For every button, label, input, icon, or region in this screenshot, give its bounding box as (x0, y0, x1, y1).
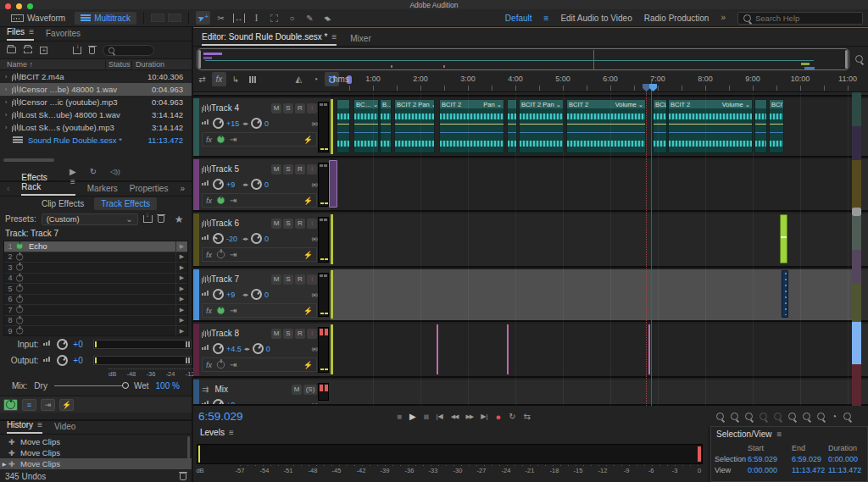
tab-mixer[interactable]: Mixer (350, 32, 370, 46)
track-row-track8[interactable]: Track 8 MSRI +4.5◂▸0((●)) fx⇥⚡ (193, 324, 868, 378)
track-fx-power-icon[interactable] (217, 197, 225, 204)
workspace-radio-production-button[interactable]: Radio Production (644, 14, 709, 23)
mute-button[interactable]: M (271, 164, 281, 175)
zoom-out-horizontal-icon[interactable] (731, 413, 738, 420)
process-button[interactable]: ⚡ (59, 399, 74, 411)
effect-options-icon[interactable]: ▶ (175, 284, 187, 294)
subtab-clip-effects[interactable]: Clip Effects (35, 197, 91, 210)
view-end[interactable]: 11:13.472 (792, 466, 825, 474)
new-item-icon[interactable]: + (40, 47, 47, 54)
effect-power-icon[interactable] (16, 317, 23, 324)
auto-play-icon[interactable]: ◁)) (110, 169, 120, 175)
clip-menu-icon[interactable]: ⌄ (556, 101, 561, 108)
record-button[interactable]: ● (496, 412, 502, 422)
freeze-icon[interactable]: ⚡ (303, 251, 313, 259)
clip-menu-icon[interactable]: ⌄ (373, 101, 378, 108)
skip-to-end-button[interactable]: ▶| (481, 413, 487, 420)
input-monitor-button[interactable]: I (307, 329, 317, 339)
toggle-clip-track-icon[interactable]: ⇄ (195, 72, 209, 86)
slip-tool-button[interactable]: ↔ (231, 11, 246, 25)
master-level-meter[interactable] (197, 444, 703, 464)
monitor-input-icon[interactable]: ◔ (309, 72, 323, 86)
effect-options-icon[interactable]: ▶ (175, 326, 187, 336)
solo-button[interactable]: S (283, 103, 293, 114)
input-gain-knob[interactable] (57, 339, 68, 350)
tab-selection-view[interactable]: Selection/View (716, 429, 771, 439)
track-name[interactable]: Track 7 (211, 274, 239, 284)
workspace-overflow-icon[interactable]: » (721, 14, 726, 22)
effect-power-icon[interactable] (16, 328, 23, 335)
zoom-out-point-icon[interactable] (803, 413, 810, 420)
selection-duration[interactable]: 0:00.000 (828, 455, 858, 463)
favorite-star-icon[interactable]: ★ (175, 214, 184, 224)
record-arm-button[interactable]: R (295, 274, 305, 285)
expand-icon[interactable]: › (0, 98, 12, 106)
green-clip[interactable] (780, 214, 787, 263)
save-preset-icon[interactable] (143, 215, 153, 223)
rack-power-button[interactable] (3, 399, 18, 411)
effect-options-icon[interactable]: ▶ (175, 316, 187, 326)
effect-slot[interactable]: 7▶ (4, 305, 187, 316)
subtab-track-effects[interactable]: Track Effects (94, 197, 157, 210)
search-help-box[interactable] (737, 12, 863, 25)
move-tool-button[interactable]: ➤⁺ (196, 11, 210, 25)
rewind-button[interactable]: ◀◀ (451, 413, 459, 419)
track-name[interactable]: Track 5 (211, 164, 239, 174)
files-horizontal-scrollbar[interactable] (3, 158, 54, 162)
effect-options-icon[interactable]: ▶ (175, 305, 187, 315)
file-row[interactable]: › Lost Sk…ube) 48000 1.wav3:14.142 (0, 108, 192, 121)
track-row-mix[interactable]: ⇉Mix M(S) +0((●)) (193, 380, 868, 406)
effect-slot[interactable]: 2▶ (4, 252, 187, 263)
mute-button[interactable]: M (271, 329, 281, 339)
panel-menu-icon[interactable]: ≡ (37, 421, 42, 429)
effect-slot[interactable]: 6▶ (4, 295, 187, 306)
expand-icon[interactable]: › (0, 73, 12, 80)
delete-preset-icon[interactable] (158, 215, 164, 223)
show-effects-icon[interactable]: fx (212, 72, 226, 86)
input-monitor-button[interactable]: I (307, 164, 317, 175)
track-lane[interactable] (331, 159, 852, 210)
effect-options-icon[interactable]: ▶ (175, 263, 187, 273)
solo-button[interactable]: S (283, 329, 293, 339)
spectral-display-button[interactable] (151, 14, 164, 22)
pre-render-toggle-button[interactable]: ≡ (22, 399, 36, 411)
effect-slot[interactable]: 9▶ (4, 326, 187, 336)
pan-knob[interactable] (251, 118, 262, 129)
ruler-unit-label[interactable]: hms (333, 75, 349, 84)
zoom-in-vertical-icon[interactable] (745, 413, 753, 420)
route-icon[interactable]: ⇥ (230, 307, 236, 315)
route-button[interactable]: ⇥ (41, 399, 55, 411)
file-row[interactable]: › Censor …be) 48000 1.wav0:04.963 (0, 83, 192, 96)
tab-files[interactable]: Files ≡ (7, 25, 34, 41)
track-lane-selected[interactable] (331, 269, 852, 320)
pan-knob[interactable] (251, 289, 262, 300)
panel-menu-icon[interactable]: ≡ (229, 429, 234, 437)
record-arm-button[interactable]: R (295, 103, 305, 114)
mix-slider[interactable] (54, 385, 127, 386)
pause-button[interactable]: ▮▮ (424, 413, 429, 419)
panel-scroll-left-icon[interactable]: ‹ (7, 185, 9, 193)
solo-button[interactable]: S (283, 219, 293, 229)
track-lane[interactable] (331, 324, 852, 376)
clip-menu-icon[interactable]: ⌄ (431, 101, 435, 108)
expand-icon[interactable]: › (0, 111, 12, 119)
effect-slot[interactable]: 3▶ (4, 263, 187, 274)
history-item[interactable]: ✚Move Clips (0, 436, 192, 447)
clip-indicator[interactable] (698, 454, 701, 462)
mute-button[interactable]: M (271, 219, 281, 229)
record-arm-button[interactable]: R (295, 329, 305, 339)
history-item-current[interactable]: ▶✚Move Clips (0, 458, 192, 469)
spectral-pitch-button[interactable] (168, 14, 181, 22)
mute-button[interactable]: M (271, 274, 281, 285)
expand-icon[interactable]: › (0, 124, 12, 131)
playhead-line[interactable] (651, 79, 652, 406)
effect-power-icon[interactable] (16, 274, 23, 281)
history-scrollbar[interactable] (187, 436, 190, 463)
razor-tool-button[interactable]: ✂ (214, 11, 228, 25)
panel-overflow-icon[interactable]: » (180, 185, 185, 193)
panel-menu-icon[interactable]: ≡ (70, 178, 75, 186)
preset-select[interactable]: (Custom) ⌄ (42, 213, 138, 225)
files-column-headers[interactable]: Name ↑ Status Duration (0, 58, 192, 70)
clear-history-icon[interactable] (180, 473, 186, 480)
tab-video[interactable]: Video (54, 420, 75, 434)
